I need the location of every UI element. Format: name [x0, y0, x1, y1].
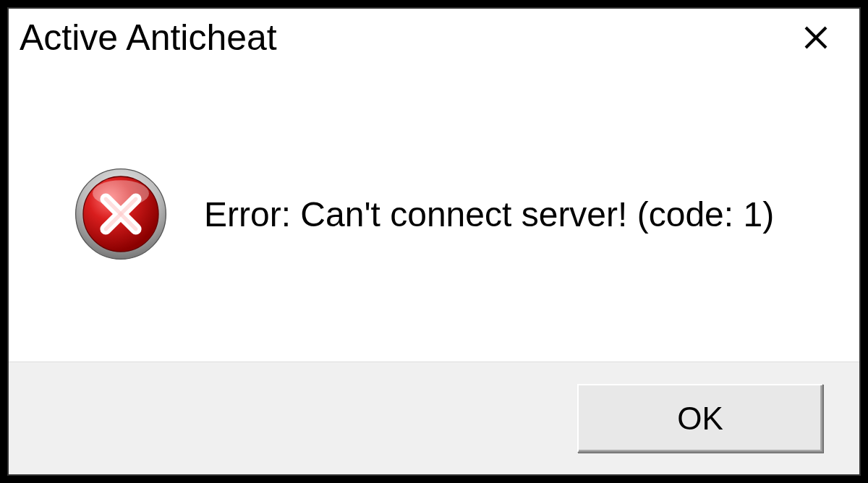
close-icon: [801, 23, 830, 52]
dialog-content: Error: Can't connect server! (code: 1): [9, 67, 859, 362]
close-button[interactable]: [794, 16, 838, 59]
dialog-window: Active Anticheat: [7, 7, 861, 476]
titlebar: Active Anticheat: [9, 9, 859, 67]
svg-point-4: [93, 180, 149, 206]
ok-button[interactable]: OK: [577, 384, 823, 453]
dialog-title: Active Anticheat: [20, 17, 277, 59]
error-icon: [74, 167, 168, 261]
button-bar: OK: [9, 362, 859, 474]
error-message: Error: Can't connect server! (code: 1): [204, 195, 774, 234]
